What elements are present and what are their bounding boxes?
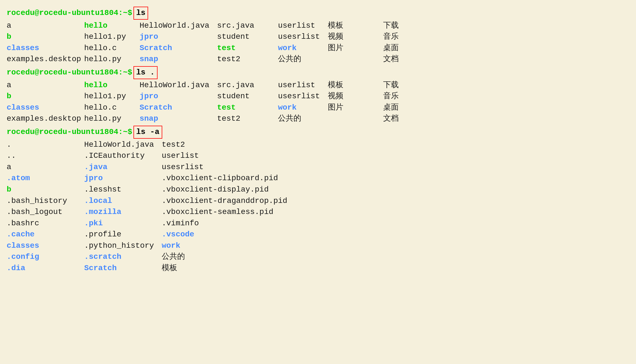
ls1-r4c6 [328,54,383,65]
lsa-r4c2: jpro [84,173,162,184]
ls1-r1c8 [416,20,450,32]
ls2-r2c4: student [217,91,278,102]
ls1-r3c6: 图片 [328,43,383,54]
ls2-r2c7: 音乐 [383,91,416,102]
prompt-line-3: rocedu@rocedu-ubuntu1804:~$ ls -a [7,126,629,139]
prompt-line-2: rocedu@rocedu-ubuntu1804:~$ ls . [7,66,629,79]
lsa-r3c3: usesrlist [162,162,300,173]
lsa-r12c1: .dia [7,263,84,274]
lsa-r6c2: .local [84,195,162,207]
ls2-r4c2: hello.py [84,113,140,125]
ls1-r3c8 [416,43,450,54]
ls1-r1c6: 模板 [328,20,383,32]
cmd-box-2: ls . [133,66,158,79]
ls1-r1c3: HelloWorld.java [140,20,217,32]
lsa-r1c3: test2 [162,139,300,151]
ls2-r1c7: 下载 [383,80,416,91]
lsa-r5c2: .lesshst [84,184,162,195]
lsa-r9c2: .profile [84,229,162,240]
lsa-r10c1: classes [7,240,84,252]
ls2-r2c6: 视频 [328,91,383,102]
lsa-r5c3: .vboxclient-display.pid [162,184,300,195]
ls1-r2c4: student [217,31,278,43]
ls2-r4c8 [416,113,450,125]
ls2-r4c5: 公共的 [278,113,328,125]
ls1-r4c1: examples.desktop [7,54,84,65]
ls1-r4c8 [416,54,450,65]
ls1-r2c5: usesrlist [278,31,328,43]
ls1-r1c7: 下载 [383,20,416,32]
ls2-r1c5: userlist [278,80,328,91]
lsa-r4c1: .atom [7,173,84,184]
cmd-box-3: ls -a [133,126,162,139]
ls1-r1c5: userlist [278,20,328,32]
lsa-r7c2: .mozilla [84,206,162,218]
ls2-r4c7: 文档 [383,113,416,125]
lsa-r7c3: .vboxclient-seamless.pid [162,206,300,218]
lsa-r8c1: .bashrc [7,218,84,229]
ls1-r2c6: 视频 [328,31,383,43]
ls2-r4c4: test2 [217,113,278,125]
ls2-r3c5: work [278,102,328,113]
ls1-r2c3: jpro [140,31,217,43]
ls1-r3c1: classes [7,43,84,54]
lsa-r11c2: .scratch [84,251,162,263]
lsa-r6c3: .vboxclient-draganddrop.pid [162,195,300,207]
ls2-r4c3: snap [140,113,217,125]
ls2-r2c5: usesrlist [278,91,328,102]
lsa-r8c2: .pki [84,218,162,229]
ls1-r2c7: 音乐 [383,31,416,43]
prompt-2: rocedu@rocedu-ubuntu1804:~$ [7,67,132,78]
ls1-r4c3: snap [140,54,217,65]
ls2-r4c1: examples.desktop [7,113,84,125]
lsa-r3c2: .java [84,162,162,173]
ls2-r2c2: hello1.py [84,91,140,102]
ls2-r3c6: 图片 [328,102,383,113]
lsa-r2c1: .. [7,150,84,162]
terminal: rocedu@rocedu-ubuntu1804:~$ ls a hello H… [7,7,629,274]
ls1-r4c5: 公共的 [278,54,328,65]
ls2-r3c3: Scratch [140,102,217,113]
ls2-r2c1: b [7,91,84,102]
ls2-r1c2: hello [84,80,140,91]
lsa-r1c2: HelloWorld.java [84,139,162,151]
lsa-r10c2: .python_history [84,240,162,252]
ls1-r1c1: a [7,20,84,32]
ls2-r3c8 [416,102,450,113]
lsa-r1c1: . [7,139,84,151]
lsa-r8c3: .viminfo [162,218,300,229]
ls1-r3c3: Scratch [140,43,217,54]
ls1-r4c7: 文档 [383,54,416,65]
lsa-r11c3: 公共的 [162,251,300,263]
ls1-r2c2: hello1.py [84,31,140,43]
prompt-1: rocedu@rocedu-ubuntu1804:~$ [7,7,132,19]
ls1-r1c4: src.java [217,20,278,32]
lsa-r11c1: .config [7,251,84,263]
lsa-r9c3: .vscode [162,229,300,240]
ls2-r3c7: 桌面 [383,102,416,113]
ls2-r3c1: classes [7,102,84,113]
lsa-r6c1: .bash_history [7,195,84,207]
lsa-r12c2: Scratch [84,263,162,274]
ls2-r3c2: hello.c [84,102,140,113]
prompt-3: rocedu@rocedu-ubuntu1804:~$ [7,127,132,138]
ls1-r3c5: work [278,43,328,54]
ls2-r2c3: jpro [140,91,217,102]
ls-output-2: a hello HelloWorld.java src.java userlis… [7,80,629,125]
lsa-r3c1: a [7,162,84,173]
ls1-r4c2: hello.py [84,54,140,65]
lsa-r2c3: userlist [162,150,300,162]
ls1-r3c2: hello.c [84,43,140,54]
ls1-r1c2: hello [84,20,140,32]
ls2-r2c8 [416,91,450,102]
ls-output-1: a hello HelloWorld.java src.java userlis… [7,20,629,65]
ls1-r4c4: test2 [217,54,278,65]
ls2-r1c8 [416,80,450,91]
lsa-r9c1: .cache [7,229,84,240]
ls1-r2c8 [416,31,450,43]
cmd-box-1: ls [133,7,148,20]
lsa-r7c1: .bash_logout [7,206,84,218]
lsa-r4c3: .vboxclient-clipboard.pid [162,173,300,184]
lsa-r2c2: .ICEauthority [84,150,162,162]
ls2-r1c1: a [7,80,84,91]
